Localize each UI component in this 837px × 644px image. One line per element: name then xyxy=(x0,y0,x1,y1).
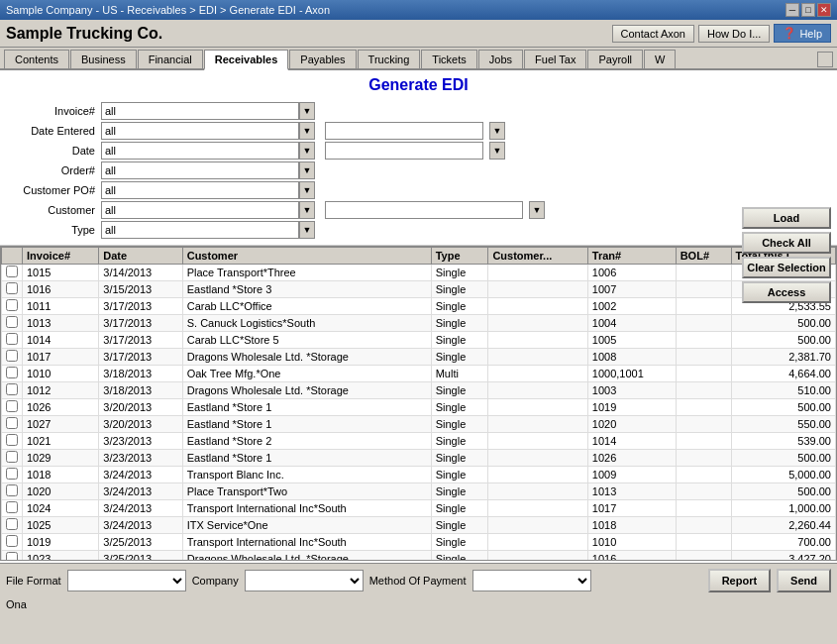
row-checkbox[interactable] xyxy=(6,468,18,480)
row-checkbox[interactable] xyxy=(6,383,18,395)
expand-btn[interactable] xyxy=(817,52,833,67)
row-checkbox[interactable] xyxy=(6,417,18,429)
row-customer: Dragons Wholesale Ltd. *Storage xyxy=(182,382,431,399)
col-customer[interactable]: Customer xyxy=(182,248,431,265)
date-secondary-btn[interactable]: ▼ xyxy=(489,142,505,160)
tab-tickets[interactable]: Tickets xyxy=(421,50,476,68)
close-btn[interactable]: ✕ xyxy=(817,3,831,17)
row-total: 500.00 xyxy=(731,315,835,332)
access-btn[interactable]: Access xyxy=(742,281,831,303)
row-customer: Dragons Wholesale Ltd. *Storage xyxy=(182,551,431,562)
method-select[interactable] xyxy=(472,570,591,591)
tab-w[interactable]: W xyxy=(644,50,676,68)
row-checkbox[interactable] xyxy=(6,400,18,412)
customer-secondary[interactable] xyxy=(325,201,523,219)
row-checkbox[interactable] xyxy=(6,518,18,530)
row-tran: 1003 xyxy=(587,382,676,399)
tab-payroll[interactable]: Payroll xyxy=(587,50,643,68)
row-checkbox-cell[interactable] xyxy=(2,467,23,483)
col-type[interactable]: Type xyxy=(431,248,488,265)
row-checkbox-cell[interactable] xyxy=(2,332,23,349)
row-checkbox[interactable] xyxy=(6,299,18,311)
row-checkbox-cell[interactable] xyxy=(2,483,23,500)
help-btn[interactable]: ❓ Help xyxy=(774,24,831,43)
row-checkbox[interactable] xyxy=(6,316,18,328)
col-bol[interactable]: BOL# xyxy=(676,248,731,265)
row-checkbox[interactable] xyxy=(6,434,18,446)
tab-trucking[interactable]: Trucking xyxy=(358,50,421,68)
check-all-btn[interactable]: Check All xyxy=(742,232,831,254)
tab-contents[interactable]: Contents xyxy=(4,50,69,68)
row-checkbox[interactable] xyxy=(6,266,18,277)
minimize-btn[interactable]: ─ xyxy=(785,3,799,17)
row-checkbox-cell[interactable] xyxy=(2,315,23,332)
customer-secondary-btn[interactable]: ▼ xyxy=(529,201,545,219)
row-checkbox[interactable] xyxy=(6,501,18,513)
date-entered-secondary[interactable] xyxy=(325,122,483,140)
file-format-select[interactable] xyxy=(67,570,186,591)
order-dropdown-btn[interactable]: ▼ xyxy=(299,161,315,179)
send-btn[interactable]: Send xyxy=(777,569,831,592)
row-checkbox-cell[interactable] xyxy=(2,399,23,416)
type-dropdown-btn[interactable]: ▼ xyxy=(299,221,315,239)
date-entered-input[interactable] xyxy=(101,122,299,140)
load-btn[interactable]: Load xyxy=(742,207,831,229)
tab-jobs[interactable]: Jobs xyxy=(478,50,523,68)
row-checkbox[interactable] xyxy=(6,333,18,345)
row-invoice: 1015 xyxy=(23,265,99,281)
tab-payables[interactable]: Payables xyxy=(289,50,356,68)
row-checkbox-cell[interactable] xyxy=(2,416,23,433)
clear-selection-btn[interactable]: Clear Selection xyxy=(742,257,831,278)
date-dropdown-btn[interactable]: ▼ xyxy=(299,142,315,160)
row-type: Single xyxy=(431,281,488,298)
row-checkbox-cell[interactable] xyxy=(2,500,23,517)
row-checkbox-cell[interactable] xyxy=(2,382,23,399)
tab-fuel-tax[interactable]: Fuel Tax xyxy=(524,50,586,68)
customer-dropdown-btn[interactable]: ▼ xyxy=(299,201,315,219)
col-tran[interactable]: Tran# xyxy=(587,248,676,265)
window-controls[interactable]: ─ □ ✕ xyxy=(785,3,831,17)
order-input[interactable] xyxy=(101,161,299,179)
row-checkbox[interactable] xyxy=(6,535,18,547)
row-checkbox-cell[interactable] xyxy=(2,265,23,281)
customer-po-dropdown-btn[interactable]: ▼ xyxy=(299,181,315,199)
row-checkbox[interactable] xyxy=(6,484,18,496)
row-checkbox-cell[interactable] xyxy=(2,298,23,315)
row-checkbox-cell[interactable] xyxy=(2,433,23,450)
row-checkbox[interactable] xyxy=(6,367,18,378)
row-checkbox-cell[interactable] xyxy=(2,534,23,551)
restore-btn[interactable]: □ xyxy=(801,3,815,17)
row-checkbox[interactable] xyxy=(6,350,18,362)
date-entered-dropdown-btn[interactable]: ▼ xyxy=(299,122,315,140)
tab-receivables[interactable]: Receivables xyxy=(204,50,289,70)
invoice-dropdown-btn[interactable]: ▼ xyxy=(299,102,315,120)
row-checkbox[interactable] xyxy=(6,552,18,561)
invoice-input[interactable] xyxy=(101,102,299,120)
report-btn[interactable]: Report xyxy=(708,569,771,592)
customer-po-input[interactable] xyxy=(101,181,299,199)
col-date[interactable]: Date xyxy=(99,248,182,265)
tab-financial[interactable]: Financial xyxy=(138,50,203,68)
row-tran: 1006 xyxy=(587,265,676,281)
row-checkbox[interactable] xyxy=(6,451,18,463)
row-checkbox-cell[interactable] xyxy=(2,349,23,366)
col-customer-extra[interactable]: Customer... xyxy=(488,248,587,265)
col-invoice[interactable]: Invoice# xyxy=(23,248,99,265)
contact-axon-btn[interactable]: Contact Axon xyxy=(612,25,694,43)
table-row: 1020 3/24/2013 Place Transport*Two Singl… xyxy=(2,483,836,500)
row-checkbox-cell[interactable] xyxy=(2,281,23,298)
filter-form: Invoice# ▼ Date Entered ▼ ▼ Date xyxy=(0,98,837,246)
row-checkbox-cell[interactable] xyxy=(2,366,23,382)
how-do-i-btn[interactable]: How Do I... xyxy=(698,25,770,43)
date-secondary[interactable] xyxy=(325,142,483,160)
customer-input[interactable] xyxy=(101,201,299,219)
row-checkbox-cell[interactable] xyxy=(2,450,23,467)
row-checkbox[interactable] xyxy=(6,282,18,294)
company-select[interactable] xyxy=(245,570,364,591)
row-checkbox-cell[interactable] xyxy=(2,551,23,562)
row-checkbox-cell[interactable] xyxy=(2,517,23,534)
type-input[interactable] xyxy=(101,221,299,239)
date-entered-secondary-btn[interactable]: ▼ xyxy=(489,122,505,140)
date-input[interactable] xyxy=(101,142,299,160)
tab-business[interactable]: Business xyxy=(70,50,137,68)
